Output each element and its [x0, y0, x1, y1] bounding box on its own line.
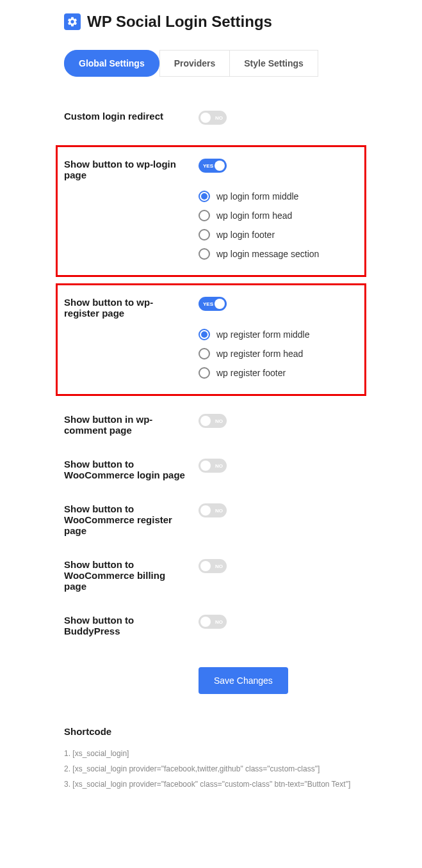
radio-icon: [199, 229, 210, 241]
setting-label: Show button to wp-login page: [64, 159, 199, 264]
setting-wp-register: Show button to wp-register page YES wp r…: [56, 283, 366, 396]
gear-icon: [64, 13, 81, 30]
toggle-text: NO: [215, 463, 223, 469]
toggle-knob: [200, 505, 211, 516]
toggle-knob: [200, 561, 211, 571]
radio-label: wp register form middle: [216, 329, 310, 340]
radio-item[interactable]: wp register footer: [199, 363, 358, 383]
radio-label: wp register footer: [216, 368, 286, 378]
radio-icon: [199, 348, 210, 359]
radio-list-wp-login: wp login form middle wp login form head …: [199, 187, 358, 264]
radio-label: wp login message section: [216, 249, 319, 259]
radio-icon: [199, 248, 210, 260]
setting-label: Show button to BuddyPress: [64, 615, 199, 636]
radio-icon: [199, 210, 210, 221]
toggle-woo-login[interactable]: NO: [199, 459, 227, 473]
radio-item[interactable]: wp register form middle: [199, 325, 358, 344]
shortcode-title: Shortcode: [64, 726, 358, 737]
toggle-custom-redirect[interactable]: NO: [199, 111, 227, 125]
radio-item[interactable]: wp login form middle: [199, 187, 358, 206]
shortcode-item: 2. [xs_social_login provider="facebook,t…: [64, 761, 358, 777]
tab-style-settings[interactable]: Style Settings: [230, 50, 318, 77]
toggle-woo-billing[interactable]: NO: [199, 559, 227, 573]
toggle-buddypress[interactable]: NO: [199, 615, 227, 629]
setting-label: Show button to WooCommerce login page: [64, 459, 199, 480]
setting-woo-billing: Show button to WooCommerce billing page …: [64, 548, 358, 603]
radio-item[interactable]: wp login footer: [199, 225, 358, 244]
toggle-wp-login[interactable]: YES: [199, 159, 227, 173]
toggle-knob: [215, 299, 225, 309]
toggle-wp-register[interactable]: YES: [199, 297, 227, 311]
toggle-wp-comment[interactable]: NO: [199, 414, 227, 428]
toggle-knob: [200, 113, 211, 123]
setting-label: Show button to WooCommerce register page: [64, 503, 199, 536]
radio-item[interactable]: wp login form head: [199, 206, 358, 225]
tab-providers[interactable]: Providers: [159, 50, 231, 77]
radio-label: wp login footer: [216, 230, 275, 240]
toggle-knob: [215, 161, 225, 171]
setting-woo-login: Show button to WooCommerce login page NO: [64, 447, 358, 492]
save-row: Save Changes: [64, 648, 358, 720]
shortcode-section: Shortcode 1. [xs_social_login] 2. [xs_so…: [64, 726, 358, 792]
radio-list-wp-register: wp register form middle wp register form…: [199, 325, 358, 383]
toggle-woo-register[interactable]: NO: [199, 503, 227, 517]
radio-item[interactable]: wp register form head: [199, 344, 358, 363]
setting-label: Show button to wp-register page: [64, 297, 199, 383]
tabs-bar: Global Settings Providers Style Settings: [64, 50, 358, 77]
radio-label: wp login form head: [216, 210, 292, 221]
toggle-text: YES: [203, 301, 213, 307]
page-title: WP Social Login Settings: [87, 13, 272, 31]
toggle-text: YES: [203, 163, 213, 169]
radio-label: wp login form middle: [216, 191, 298, 201]
radio-icon: [199, 329, 210, 340]
setting-label: Show button to WooCommerce billing page: [64, 559, 199, 592]
toggle-knob: [200, 461, 211, 471]
toggle-text: NO: [215, 508, 223, 514]
toggle-text: NO: [215, 418, 223, 424]
toggle-text: NO: [215, 115, 223, 121]
save-button[interactable]: Save Changes: [199, 667, 288, 694]
shortcode-item: 1. [xs_social_login]: [64, 746, 358, 761]
setting-wp-login: Show button to wp-login page YES wp logi…: [56, 145, 366, 277]
page-header: WP Social Login Settings: [64, 13, 358, 31]
setting-label: Custom login redirect: [64, 111, 199, 127]
radio-icon: [199, 191, 210, 202]
radio-icon: [199, 367, 210, 379]
setting-buddypress: Show button to BuddyPress NO: [64, 603, 358, 648]
toggle-text: NO: [215, 619, 223, 625]
setting-woo-register: Show button to WooCommerce register page…: [64, 492, 358, 548]
toggle-text: NO: [215, 564, 223, 569]
setting-label: Show button in wp-comment page: [64, 414, 199, 436]
radio-item[interactable]: wp login message section: [199, 244, 358, 264]
toggle-knob: [200, 416, 211, 426]
setting-custom-redirect: Custom login redirect NO: [64, 99, 358, 139]
setting-wp-comment: Show button in wp-comment page NO: [64, 402, 358, 447]
shortcode-item: 3. [xs_social_login provider="facebook" …: [64, 777, 358, 792]
radio-label: wp register form head: [216, 349, 303, 359]
toggle-knob: [200, 617, 211, 627]
tab-global-settings[interactable]: Global Settings: [64, 50, 159, 77]
